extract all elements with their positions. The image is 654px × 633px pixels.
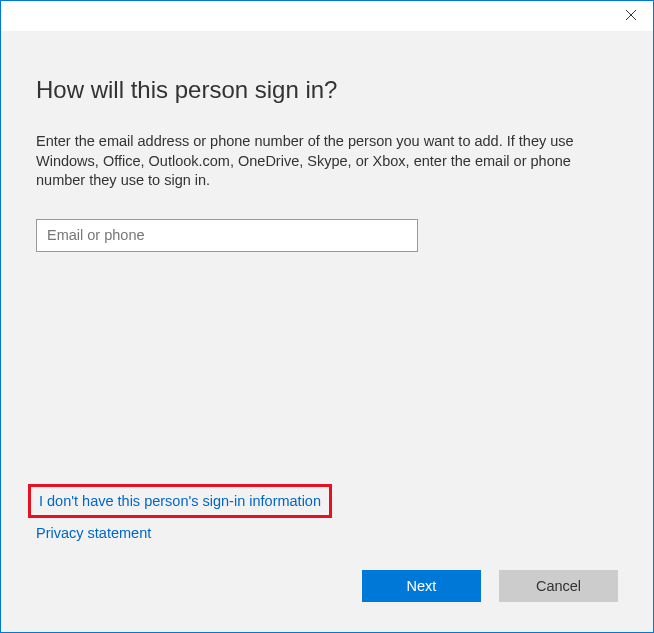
dialog-content: How will this person sign in? Enter the … xyxy=(1,31,653,632)
close-icon xyxy=(626,10,636,20)
close-button[interactable] xyxy=(608,1,653,29)
cancel-button[interactable]: Cancel xyxy=(499,570,618,602)
no-signin-info-link[interactable]: I don't have this person's sign-in infor… xyxy=(39,493,321,509)
next-button[interactable]: Next xyxy=(362,570,481,602)
links-section: I don't have this person's sign-in infor… xyxy=(36,484,618,542)
button-row: Next Cancel xyxy=(36,570,618,612)
privacy-statement-link[interactable]: Privacy statement xyxy=(36,525,151,541)
dialog-window: How will this person sign in? Enter the … xyxy=(0,0,654,633)
dialog-description: Enter the email address or phone number … xyxy=(36,132,596,191)
no-signin-info-highlight: I don't have this person's sign-in infor… xyxy=(28,484,332,518)
titlebar xyxy=(1,1,653,31)
email-phone-input[interactable] xyxy=(36,219,418,252)
dialog-heading: How will this person sign in? xyxy=(36,76,618,104)
